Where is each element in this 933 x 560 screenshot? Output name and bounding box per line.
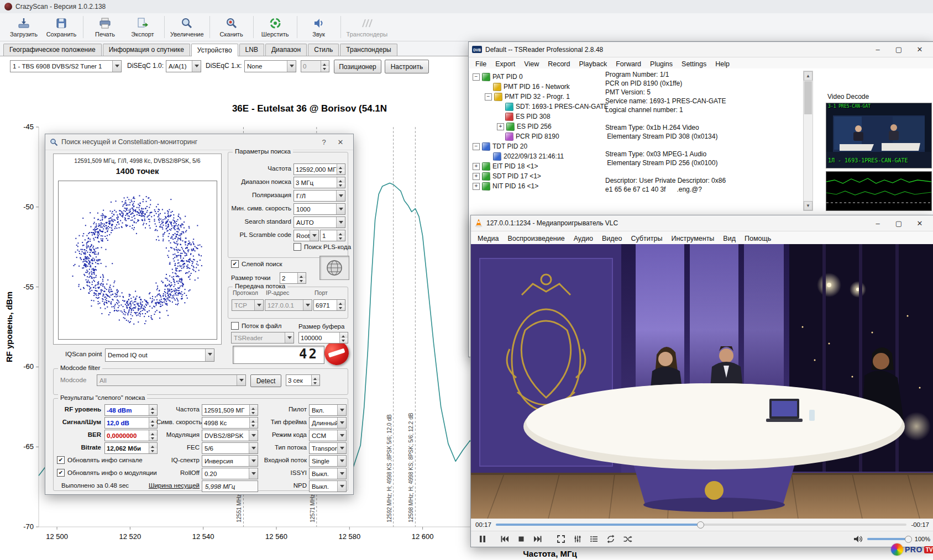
menu-item[interactable]: Playback bbox=[574, 59, 611, 69]
toolbar-sound-button[interactable]: Звук bbox=[301, 14, 337, 40]
close-icon[interactable]: ✕ bbox=[909, 43, 930, 57]
loop-button[interactable] bbox=[602, 532, 619, 546]
spinner-buttons[interactable] bbox=[149, 418, 157, 428]
spinner-buttons[interactable] bbox=[337, 230, 345, 241]
seek-slider[interactable] bbox=[496, 524, 907, 526]
expand-icon[interactable]: + bbox=[473, 163, 480, 170]
spinner-buttons[interactable] bbox=[297, 273, 306, 283]
tree-node[interactable]: 2022/09/13 21:46:11 bbox=[473, 151, 603, 161]
tab-item[interactable]: Транспондеры bbox=[340, 44, 397, 56]
detect-button[interactable]: Detect bbox=[250, 374, 281, 387]
toolbar-zoom-button[interactable]: Увеличение bbox=[168, 14, 206, 40]
configure-button[interactable]: Настроить bbox=[385, 60, 429, 73]
tree-node[interactable]: +NIT PID 16 <1> bbox=[473, 181, 603, 191]
result2-2[interactable]: DVBS2/8PSK bbox=[202, 430, 258, 441]
spinner-buttons[interactable] bbox=[149, 405, 157, 415]
tree-node[interactable]: −PAT PID 0 bbox=[473, 72, 603, 82]
minimize-icon[interactable]: – bbox=[867, 43, 888, 57]
menu-item[interactable]: Воспроизведение bbox=[503, 234, 569, 244]
tree-node[interactable]: ES PID 308 bbox=[473, 112, 603, 121]
diseqc1x-select[interactable]: None bbox=[244, 60, 296, 72]
menu-item[interactable]: Record bbox=[543, 59, 574, 69]
tree-node[interactable]: +SDT PID 17 <1> bbox=[473, 171, 603, 181]
menu-item[interactable]: Помощь bbox=[740, 234, 775, 244]
blind-search-checkbox[interactable]: ✔Слепой поиск bbox=[231, 260, 282, 268]
pls-search-checkbox[interactable]: Поиск PLS-кода bbox=[293, 243, 351, 251]
result-Сигнал/Шум[interactable]: 12,0 dB bbox=[104, 417, 158, 429]
result-RF уровень[interactable]: -48 dBm bbox=[104, 404, 158, 416]
menu-item[interactable]: Export bbox=[491, 59, 520, 69]
tree-node[interactable]: +ES PID 256 bbox=[473, 121, 603, 131]
help-button[interactable]: ? bbox=[316, 136, 332, 148]
menu-item[interactable]: Вид bbox=[719, 234, 740, 244]
tree-node[interactable]: −TDT PID 20 bbox=[473, 141, 603, 151]
menu-item[interactable]: Видео bbox=[597, 234, 627, 244]
spinner-buttons[interactable] bbox=[311, 375, 319, 385]
maximize-icon[interactable]: ▢ bbox=[888, 216, 909, 230]
menu-item[interactable]: File bbox=[471, 59, 491, 69]
tab-item[interactable]: Диапазон bbox=[265, 44, 307, 56]
spinner-buttons[interactable] bbox=[337, 300, 345, 310]
pl-mode-select[interactable]: Root bbox=[293, 230, 319, 241]
tree-node[interactable]: PCR PID 8190 bbox=[473, 131, 603, 141]
previous-button[interactable] bbox=[496, 532, 513, 546]
dot-size-stepper[interactable]: 2 bbox=[280, 272, 306, 284]
stop-button[interactable] bbox=[513, 532, 530, 546]
toolbar-print-button[interactable]: Печать bbox=[87, 14, 123, 40]
minimize-icon[interactable]: – bbox=[867, 216, 888, 230]
scroll-down-icon[interactable]: ▼ bbox=[804, 201, 813, 210]
param-2-select[interactable]: Г/Л bbox=[293, 190, 345, 202]
menu-item[interactable]: Plugins bbox=[646, 59, 677, 69]
tree-node[interactable]: +EIT PID 18 <1> bbox=[473, 161, 603, 171]
pl-value-stepper[interactable]: 1 bbox=[320, 230, 345, 241]
result-BER[interactable]: 0,0000000 bbox=[104, 430, 158, 441]
detect-interval-stepper[interactable]: 3 сек bbox=[286, 374, 320, 386]
diseqc10-select[interactable]: A/A(1) bbox=[166, 60, 201, 72]
scroll-thumb[interactable] bbox=[804, 81, 812, 114]
result-Bitrate[interactable]: 12,062 Мби bbox=[104, 442, 158, 454]
tab-item[interactable]: Стиль bbox=[308, 44, 339, 56]
collapse-icon[interactable]: − bbox=[473, 143, 480, 150]
random-button[interactable] bbox=[619, 532, 636, 546]
result3-1[interactable]: Длинный bbox=[309, 417, 347, 429]
spinner-buttons[interactable] bbox=[149, 430, 157, 441]
result3-5[interactable]: Выкл. bbox=[309, 468, 347, 479]
menu-item[interactable]: Аудио bbox=[569, 234, 597, 244]
expand-icon[interactable]: + bbox=[497, 123, 504, 130]
fullscreen-button[interactable] bbox=[553, 532, 569, 546]
toolbar-scan-button[interactable]: Сканить bbox=[213, 14, 250, 40]
port-stepper[interactable]: 6971 bbox=[313, 299, 345, 311]
update-signal-checkbox[interactable]: ✔Обновлять инфо сигнале bbox=[57, 456, 143, 464]
collapse-icon[interactable]: − bbox=[473, 73, 480, 81]
update-modulation-checkbox[interactable]: ✔Обновлять инфо о модуляции bbox=[57, 469, 157, 477]
tsreader-titlebar[interactable]: DVB Default -- TSReader Professional 2.8… bbox=[469, 42, 933, 57]
stream-to-file-checkbox[interactable]: Поток в файл bbox=[231, 322, 281, 330]
positioner-button[interactable]: Позиционер bbox=[334, 60, 381, 73]
blind-scan-button[interactable] bbox=[319, 256, 349, 280]
vlc-titlebar[interactable]: 127.0.0.1:1234 - Медиапроигрыватель VLC … bbox=[471, 215, 933, 231]
close-icon[interactable]: ✕ bbox=[332, 136, 349, 148]
spinner-buttons[interactable] bbox=[249, 418, 258, 428]
spinner-buttons[interactable] bbox=[249, 405, 258, 415]
result2-0[interactable]: 12591,509 МГ bbox=[202, 404, 258, 416]
result3-3[interactable]: Transport bbox=[309, 442, 347, 454]
pause-button[interactable] bbox=[474, 532, 491, 546]
result2-3[interactable]: 5/6 bbox=[202, 442, 258, 454]
menu-item[interactable]: Инструменты bbox=[667, 234, 719, 244]
param-3-select[interactable]: 1000 bbox=[293, 203, 345, 215]
menu-item[interactable]: Субтитры bbox=[626, 234, 667, 244]
menu-item[interactable]: Forward bbox=[611, 59, 646, 69]
spinner-buttons[interactable] bbox=[337, 164, 345, 175]
tab-item[interactable]: Информация о спутнике bbox=[103, 44, 190, 56]
extended-settings-button[interactable] bbox=[569, 532, 586, 546]
menu-item[interactable]: View bbox=[520, 59, 543, 69]
param-0-stepper[interactable]: 12592,000 МГц bbox=[293, 163, 345, 175]
result3-4[interactable]: Single bbox=[309, 455, 347, 467]
info-scrollbar[interactable]: ▲ ▼ bbox=[803, 71, 813, 211]
result3-6[interactable]: Выкл. bbox=[309, 480, 347, 492]
result3-2[interactable]: CCM bbox=[309, 430, 347, 441]
iqscan-select[interactable]: Demod IQ out bbox=[105, 348, 214, 362]
menu-item[interactable]: Settings bbox=[677, 59, 711, 69]
vlc-video-area[interactable] bbox=[471, 244, 933, 519]
tab-item[interactable]: LNB bbox=[239, 44, 264, 56]
